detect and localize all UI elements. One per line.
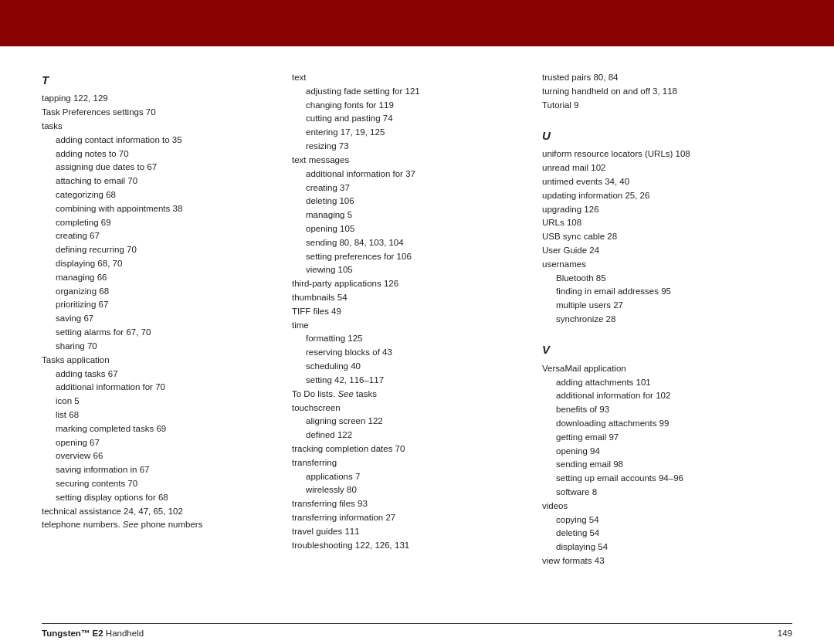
entry-tm-deleting: deleting 106 <box>292 195 519 208</box>
entry-vm-additional: additional information for 102 <box>542 389 769 403</box>
entry-un-finding: finding in email addresses 95 <box>542 285 769 299</box>
entry-tasks-saving: saving 67 <box>42 312 269 326</box>
entry-time-formatting: formatting 125 <box>292 332 519 346</box>
entry-tasks-attach-email: attaching to email 70 <box>42 175 269 188</box>
entry-text-fade: adjusting fade setting for 121 <box>292 85 519 99</box>
entry-turning: turning handheld on and off 3, 118 <box>542 85 769 99</box>
entry-tracking: tracking completion dates 70 <box>292 442 519 456</box>
entry-tasks-prioritizing: prioritizing 67 <box>42 298 269 312</box>
entry-tasksapp-list: list 68 <box>42 408 269 422</box>
column-u-v: trusted pairs 80, 84 turning handheld on… <box>542 71 792 623</box>
entry-tasks-creating: creating 67 <box>42 229 269 243</box>
entry-tasks-displaying: displaying 68, 70 <box>42 257 269 271</box>
entry-tasksapp-opening: opening 67 <box>42 436 269 450</box>
entry-untimed: untimed events 34, 40 <box>542 175 769 189</box>
entry-tasksapp-icon: icon 5 <box>42 395 269 408</box>
entry-un-multiple: multiple users 27 <box>542 299 769 313</box>
entry-tapping: tapping 122, 129 <box>42 92 269 106</box>
entry-vm-setup: setting up email accounts 94–96 <box>542 472 769 486</box>
entry-tasksapp-saving: saving information in 67 <box>42 463 269 477</box>
entry-transferring: transferring <box>292 456 519 470</box>
entry-tasks-defining: defining recurring 70 <box>42 243 269 257</box>
entry-text-cut: cutting and pasting 74 <box>292 112 519 126</box>
entry-tasks-managing: managing 66 <box>42 271 269 285</box>
entry-touchscreen: touchscreen <box>292 402 519 415</box>
entry-vid-copying: copying 54 <box>542 514 769 527</box>
entry-tasks-alarms: setting alarms for 67, 70 <box>42 326 269 340</box>
entry-tiff: TIFF files 49 <box>292 305 519 319</box>
top-bar <box>0 0 834 46</box>
entry-tutorial: Tutorial 9 <box>542 99 769 113</box>
entry-third-party: third-party applications 126 <box>292 277 519 291</box>
entry-tm-additional: additional information for 37 <box>292 168 519 181</box>
entry-vm-sending: sending email 98 <box>542 458 769 472</box>
entry-vm-attach: adding attachments 101 <box>542 376 769 390</box>
entry-upgrading: upgrading 126 <box>542 203 769 217</box>
entry-versaMail: VersaMail application <box>542 362 769 376</box>
entry-tasks-sharing: sharing 70 <box>42 340 269 354</box>
entry-vid-deleting: deleting 54 <box>542 527 769 541</box>
entry-tasksapp-marking: marking completed tasks 69 <box>42 422 269 436</box>
entry-tasksapp-display: setting display options for 68 <box>42 491 269 505</box>
letter-t: T <box>42 71 269 89</box>
entry-tm-managing: managing 5 <box>292 208 519 222</box>
entry-text-fonts: changing fonts for 119 <box>292 99 519 113</box>
entry-tm-preferences: setting preferences for 106 <box>292 250 519 264</box>
entry-thumbnails: thumbnails 54 <box>292 291 519 305</box>
entry-tasks-assign-due: assigning due dates to 67 <box>42 161 269 175</box>
entry-tasks-organizing: organizing 68 <box>42 285 269 299</box>
entry-time: time <box>292 319 519 333</box>
entry-tasks-completing: completing 69 <box>42 216 269 230</box>
entry-text: text <box>292 71 519 85</box>
entry-time-reserving: reserving blocks of 43 <box>292 346 519 360</box>
entry-vid-displaying: displaying 54 <box>542 541 769 554</box>
entry-ts-defined: defined 122 <box>292 429 519 442</box>
entry-telephone: telephone numbers. See phone numbers <box>42 518 269 532</box>
entry-unread: unread mail 102 <box>542 161 769 175</box>
entry-usernames: usernames <box>542 258 769 272</box>
entry-view-formats: view formats 43 <box>542 554 769 568</box>
entry-time-scheduling: scheduling 40 <box>292 360 519 374</box>
entry-vm-opening: opening 94 <box>542 445 769 459</box>
entry-un-sync: synchronize 28 <box>542 313 769 327</box>
entry-tasksapp-adding: adding tasks 67 <box>42 368 269 381</box>
entry-tasks-add-notes: adding notes to 70 <box>42 147 269 161</box>
entry-vm-downloading: downloading attachments 99 <box>542 417 769 431</box>
entry-travel: travel guides 111 <box>292 525 519 539</box>
entry-tm-sending: sending 80, 84, 103, 104 <box>292 236 519 250</box>
entry-tr-wirelessly: wirelessly 80 <box>292 483 519 497</box>
entry-text-messages: text messages <box>292 154 519 168</box>
column-t: T tapping 122, 129 Task Preferences sett… <box>42 71 292 623</box>
entry-tasks-categorizing: categorizing 68 <box>42 188 269 202</box>
footer-page: 149 <box>778 629 792 638</box>
entry-tasksapp-securing: securing contents 70 <box>42 477 269 491</box>
entry-tasks: tasks <box>42 120 269 134</box>
entry-vm-software: software 8 <box>542 486 769 500</box>
entry-tm-creating: creating 37 <box>292 181 519 195</box>
entry-urls: URLs 108 <box>542 216 769 230</box>
entry-user-guide: User Guide 24 <box>542 244 769 258</box>
entry-trusted: trusted pairs 80, 84 <box>542 71 769 85</box>
letter-v: V <box>542 341 769 358</box>
entry-urls-long: uniform resource locators (URLs) 108 <box>542 147 769 161</box>
entry-tasks-add-contact: adding contact information to 35 <box>42 134 269 147</box>
entry-tm-viewing: viewing 105 <box>292 263 519 277</box>
entry-task-pref: Task Preferences settings 70 <box>42 106 269 120</box>
entry-tr-information: transferring information 27 <box>292 511 519 525</box>
entry-ts-aligning: aligning screen 122 <box>292 415 519 429</box>
entry-tasksapp-overview: overview 66 <box>42 449 269 463</box>
column-text: text adjusting fade setting for 121 chan… <box>292 71 542 623</box>
entry-vm-getting: getting email 97 <box>542 431 769 445</box>
entry-todo: To Do lists. See tasks <box>292 388 519 402</box>
entry-tr-files: transferring files 93 <box>292 497 519 511</box>
entry-un-bluetooth: Bluetooth 85 <box>542 272 769 286</box>
entry-updating: updating information 25, 26 <box>542 189 769 203</box>
entry-tm-opening: opening 105 <box>292 222 519 236</box>
entry-tasks-combining: combining with appointments 38 <box>42 202 269 216</box>
entry-time-setting: setting 42, 116–117 <box>292 374 519 388</box>
footer-title: Tungsten™ E2 Handheld <box>42 629 144 638</box>
letter-u: U <box>542 127 769 144</box>
entry-usb: USB sync cable 28 <box>542 230 769 244</box>
footer: Tungsten™ E2 Handheld 149 <box>42 623 792 644</box>
entry-videos: videos <box>542 500 769 514</box>
